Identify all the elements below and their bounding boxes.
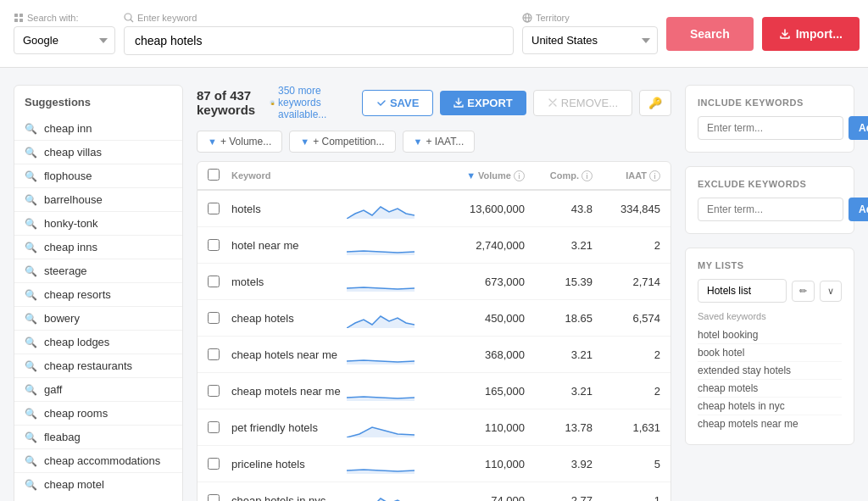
row-keyword: motels: [231, 276, 347, 288]
filter-icon-3: ▼: [414, 136, 423, 147]
volume-filter-button[interactable]: ▼ + Volume...: [197, 131, 282, 153]
iaat-info-icon[interactable]: i: [649, 170, 660, 181]
table-row: cheap hotels in nyc 74,000 2.77 1: [198, 482, 670, 501]
suggestion-item[interactable]: 🔍cheap inns: [14, 236, 182, 259]
table-row: hotels 13,600,000 43.8 334,845: [198, 191, 670, 227]
suggestion-search-icon: 🔍: [25, 360, 37, 372]
row-iaat: 2: [593, 385, 660, 398]
row-checkbox-cell: [208, 276, 231, 287]
import-button[interactable]: Import...: [762, 17, 860, 51]
suggestion-item[interactable]: 🔍cheap rooms: [14, 402, 182, 426]
export-button[interactable]: EXPORT: [440, 91, 526, 115]
suggestion-item[interactable]: 🔍cheap villas: [14, 141, 182, 164]
row-volume: 74,000: [457, 494, 525, 502]
row-checkbox-cell: [208, 494, 231, 501]
row-chart: [347, 490, 457, 501]
suggestion-item[interactable]: 🔍cheap resorts: [14, 283, 182, 307]
row-volume: 110,000: [457, 458, 525, 470]
row-checkbox[interactable]: [208, 458, 220, 470]
include-input-row: Add: [698, 116, 842, 140]
shown-count: 87 of 437 keywords: [197, 88, 255, 117]
suggestion-item[interactable]: 🔍fleabag: [14, 426, 182, 449]
row-checkbox[interactable]: [208, 494, 220, 501]
table-row: cheap hotels near me 368,000 3.21 2: [198, 337, 670, 373]
exclude-add-button[interactable]: Add: [849, 198, 868, 221]
row-checkbox-cell: [208, 312, 231, 324]
header-iaat: IAAT i: [593, 170, 660, 181]
sparkline-chart: [347, 198, 415, 219]
list-edit-button[interactable]: ✏: [792, 281, 815, 302]
engine-select[interactable]: Google Bing YouTube: [14, 26, 115, 54]
suggestion-search-icon: 🔍: [25, 242, 37, 253]
include-term-input[interactable]: [698, 116, 843, 140]
competition-filter-button[interactable]: ▼ + Competition...: [289, 131, 395, 153]
key-button[interactable]: 🔑: [639, 90, 671, 116]
sparkline-chart: [347, 381, 415, 401]
include-add-button[interactable]: Add: [849, 116, 868, 140]
suggestion-search-icon: 🔍: [25, 455, 37, 467]
suggestion-item[interactable]: 🔍flophouse: [14, 164, 182, 188]
suggestion-search-icon: 🔍: [25, 170, 37, 182]
row-checkbox[interactable]: [208, 385, 220, 397]
row-chart: [347, 344, 457, 365]
row-checkbox-cell: [208, 458, 231, 470]
row-checkbox[interactable]: [208, 276, 220, 287]
saved-keyword-item: extended stay hotels: [698, 362, 842, 380]
territory-label: Territory: [522, 13, 658, 23]
exclude-keywords-title: EXCLUDE KEYWORDS: [698, 179, 842, 189]
row-chart: [347, 308, 457, 328]
exclude-term-input[interactable]: [698, 198, 843, 221]
row-checkbox[interactable]: [208, 312, 220, 324]
suggestion-item[interactable]: 🔍cheap inn: [14, 117, 182, 141]
suggestion-search-icon: 🔍: [25, 147, 37, 159]
sparkline-chart: [347, 308, 415, 328]
iaat-filter-button[interactable]: ▼ + IAAT...: [403, 131, 476, 153]
row-iaat: 334,845: [593, 203, 660, 215]
search-button[interactable]: Search: [666, 17, 754, 51]
row-checkbox[interactable]: [208, 348, 220, 360]
suggestion-item[interactable]: 🔍barrelhouse: [14, 188, 182, 212]
header-checkbox[interactable]: [208, 169, 231, 182]
row-comp: 2.77: [525, 494, 593, 502]
suggestion-search-icon: 🔍: [25, 431, 37, 443]
svg-point-4: [125, 14, 131, 20]
row-checkbox-cell: [208, 203, 231, 214]
main-layout: Suggestions 🔍cheap inn🔍cheap villas🔍flop…: [0, 68, 868, 501]
row-keyword: cheap motels near me: [231, 385, 347, 398]
volume-info-icon[interactable]: i: [514, 170, 525, 181]
suggestions-title: Suggestions: [14, 96, 182, 117]
suggestion-item[interactable]: 🔍cheap accommodations: [14, 449, 182, 473]
table-body: hotels 13,600,000 43.8 334,845 hotel nea…: [198, 191, 670, 501]
search-with-label: Search with:: [14, 13, 115, 23]
my-lists-title: MY LISTS: [698, 260, 842, 270]
saved-keyword-item: cheap motels near me: [698, 415, 842, 432]
row-comp: 18.65: [525, 312, 593, 325]
suggestion-item[interactable]: 🔍steerage: [14, 259, 182, 283]
save-button[interactable]: SAVE: [362, 90, 433, 116]
suggestion-search-icon: 🔍: [25, 123, 37, 135]
more-keywords-link[interactable]: 🔒 350 more keywords available...: [270, 85, 352, 120]
row-checkbox[interactable]: [208, 239, 220, 251]
row-comp: 3.21: [525, 239, 593, 252]
suggestion-item[interactable]: 🔍gaff: [14, 378, 182, 402]
row-chart: [347, 381, 457, 401]
suggestions-panel: Suggestions 🔍cheap inn🔍cheap villas🔍flop…: [14, 85, 183, 501]
suggestion-item[interactable]: 🔍honky-tonk: [14, 212, 182, 236]
territory-select[interactable]: United States United Kingdom Canada Aust…: [522, 26, 658, 54]
suggestion-item[interactable]: 🔍cheap lodges: [14, 331, 182, 354]
list-select[interactable]: Hotels list: [698, 279, 787, 303]
row-iaat: 5: [593, 458, 660, 470]
select-all-checkbox[interactable]: [208, 169, 220, 181]
suggestion-item[interactable]: 🔍bowery: [14, 307, 182, 331]
row-checkbox[interactable]: [208, 203, 220, 214]
remove-button[interactable]: REMOVE...: [533, 90, 632, 116]
keyword-label: Enter keyword: [124, 13, 514, 23]
comp-info-icon[interactable]: i: [581, 170, 593, 181]
suggestions-list: 🔍cheap inn🔍cheap villas🔍flophouse🔍barrel…: [14, 117, 182, 496]
keyword-input[interactable]: [124, 26, 514, 55]
list-expand-button[interactable]: ∨: [820, 281, 842, 302]
row-checkbox[interactable]: [208, 421, 220, 433]
suggestion-item[interactable]: 🔍cheap restaurants: [14, 354, 182, 378]
suggestion-item[interactable]: 🔍cheap motel: [14, 473, 182, 496]
row-keyword: hotel near me: [231, 239, 347, 252]
